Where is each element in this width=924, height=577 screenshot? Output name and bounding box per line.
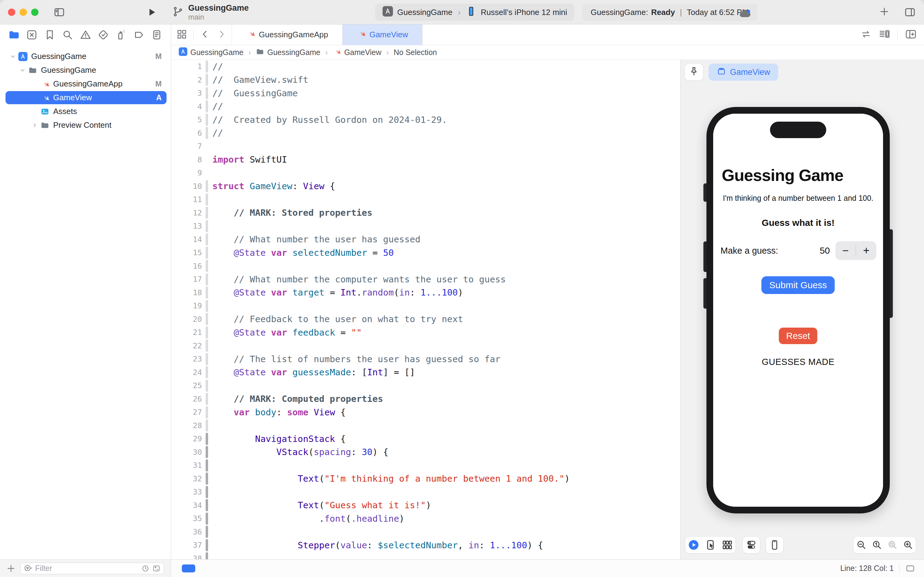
zoom-actual-size-icon[interactable]	[869, 539, 885, 551]
sidebar-item-guessinggame[interactable]: GuessingGameM	[0, 50, 171, 63]
device-settings-button[interactable]	[742, 536, 760, 553]
variants-mode-icon[interactable]	[719, 539, 736, 551]
code-line[interactable]: 34 Text("Guess what it is!")	[171, 499, 680, 512]
breadcrumb-item[interactable]: GuessingGame	[179, 47, 243, 58]
source-control-summary[interactable]: GuessingGame main	[172, 3, 249, 21]
code-line[interactable]: 13	[171, 219, 680, 233]
scheme-name[interactable]: GuessingGame	[397, 8, 452, 17]
pin-preview-button[interactable]	[684, 64, 703, 81]
preview-device-button[interactable]	[766, 536, 784, 553]
stepper-plus-button[interactable]: +	[856, 242, 876, 259]
code-line[interactable]: 32 Text("I'm thinking of a number betwee…	[171, 472, 680, 486]
minimize-window-button[interactable]	[19, 8, 27, 16]
sidebar-item-assets[interactable]: Assets	[0, 105, 171, 118]
search-navigator-icon[interactable]	[61, 29, 74, 41]
code-line[interactable]: 14 // What number the user has guessed	[171, 233, 680, 246]
tab-gameview[interactable]: GameView	[343, 24, 423, 45]
code-line[interactable]: 18 @State var target = Int.random(in: 1.…	[171, 286, 680, 300]
code-line[interactable]: 31	[171, 459, 680, 472]
reset-button[interactable]: Reset	[779, 328, 817, 344]
run-button[interactable]	[146, 7, 157, 19]
code-line[interactable]: 36	[171, 525, 680, 539]
code-line[interactable]: 16	[171, 259, 680, 273]
stepper-minus-button[interactable]: −	[835, 242, 856, 259]
recents-icon[interactable]	[141, 564, 150, 573]
debug-navigator-icon[interactable]	[115, 29, 127, 41]
preview-tab[interactable]: GameView	[708, 64, 778, 81]
code-line[interactable]: 29 NavigationStack {	[171, 432, 680, 446]
swap-editor-icon[interactable]	[860, 28, 872, 41]
related-items-icon[interactable]	[176, 29, 187, 41]
zoom-out-icon[interactable]	[853, 539, 869, 551]
live-preview-icon[interactable]	[685, 539, 702, 551]
code-line[interactable]: 30 VStack(spacing: 30) {	[171, 446, 680, 459]
source-control-filter-icon[interactable]	[152, 564, 161, 573]
code-line[interactable]: 20 // Feedback to the user on what to tr…	[171, 313, 680, 326]
code-line[interactable]: 1//	[171, 60, 680, 73]
tab-guessinggameapp[interactable]: GuessingGameApp	[232, 24, 343, 45]
breadcrumb-item[interactable]: GuessingGame	[256, 47, 320, 58]
sidebar-item-guessinggame[interactable]: GuessingGame	[0, 63, 171, 77]
sidebar-item-preview-content[interactable]: Preview Content	[0, 118, 171, 132]
project-navigator-icon[interactable]	[8, 29, 20, 41]
code-line[interactable]: 33	[171, 485, 680, 499]
minimap-toggle[interactable]	[182, 564, 195, 572]
code-line[interactable]: 5// Created by Russell Gordon on 2024-01…	[171, 113, 680, 127]
close-window-button[interactable]	[8, 8, 15, 16]
zoom-in-icon[interactable]	[900, 539, 916, 551]
code-line[interactable]: 15 @State var selectedNumber = 50	[171, 246, 680, 259]
editor-mode-icon[interactable]	[905, 563, 916, 574]
forward-icon[interactable]	[216, 29, 227, 41]
toggle-inspector-icon[interactable]	[904, 6, 916, 19]
guess-stepper[interactable]: − +	[835, 241, 876, 260]
reports-navigator-icon[interactable]	[151, 29, 163, 41]
add-editor-icon[interactable]	[905, 28, 917, 42]
back-icon[interactable]	[200, 29, 210, 41]
breadcrumb-item[interactable]: No Selection	[394, 48, 437, 57]
code-line[interactable]: 7	[171, 140, 680, 153]
code-line[interactable]: 28	[171, 419, 680, 432]
code-line[interactable]: 19	[171, 299, 680, 313]
chevron-down-icon[interactable]	[7, 53, 18, 60]
add-file-icon[interactable]	[6, 564, 16, 573]
scheme-selector[interactable]: GuessingGame › Russell’s iPhone 12 mini	[375, 4, 575, 21]
sidebar-item-guessinggameapp[interactable]: GuessingGameAppM	[0, 77, 171, 91]
zoom-window-button[interactable]	[31, 8, 39, 16]
code-line[interactable]: 9	[171, 166, 680, 180]
code-line[interactable]: 11	[171, 193, 680, 206]
code-line[interactable]: 10struct GameView: View {	[171, 180, 680, 193]
issues-navigator-icon[interactable]	[79, 29, 92, 41]
code-editor[interactable]: 1//2// GameView.swift3// GuessingGame4//…	[171, 60, 680, 559]
code-line[interactable]: 4//	[171, 100, 680, 113]
zoom-to-fit-icon[interactable]	[885, 539, 900, 551]
sidebar-item-gameview[interactable]: GameViewA	[0, 91, 171, 105]
bookmarks-navigator-icon[interactable]	[44, 29, 56, 41]
toggle-navigator-icon[interactable]	[53, 6, 65, 19]
code-line[interactable]: 2// GameView.swift	[171, 73, 680, 87]
selectable-mode-icon[interactable]	[702, 539, 719, 551]
run-destination[interactable]: Russell’s iPhone 12 mini	[481, 8, 567, 17]
code-line[interactable]: 25	[171, 379, 680, 392]
code-line[interactable]: 23 // The list of numbers the user has g…	[171, 352, 680, 366]
changes-navigator-icon[interactable]	[26, 29, 38, 41]
code-line[interactable]: 35 .font(.headline)	[171, 512, 680, 525]
submit-guess-button[interactable]: Submit Guess	[761, 276, 835, 294]
code-line[interactable]: 17 // What number the computer wants the…	[171, 272, 680, 286]
code-line[interactable]: 27 var body: some View {	[171, 406, 680, 419]
chevron-down-icon[interactable]	[17, 67, 28, 74]
add-tab-icon[interactable]	[879, 6, 890, 18]
code-line[interactable]: 8import SwiftUI	[171, 153, 680, 166]
code-line[interactable]: 38	[171, 552, 680, 559]
breakpoints-navigator-icon[interactable]	[133, 29, 145, 41]
code-line[interactable]: 24 @State var guessesMade: [Int] = []	[171, 366, 680, 379]
code-line[interactable]: 12 // MARK: Stored properties	[171, 206, 680, 220]
code-line[interactable]: 6//	[171, 127, 680, 140]
code-line[interactable]: 3// GuessingGame	[171, 87, 680, 100]
code-line[interactable]: 37 Stepper(value: $selectedNumber, in: 1…	[171, 538, 680, 552]
filter-field[interactable]: Filter	[20, 562, 164, 574]
code-line[interactable]: 21 @State var feedback = ""	[171, 326, 680, 339]
chevron-right-icon[interactable]	[29, 122, 40, 129]
editor-options-icon[interactable]	[879, 28, 891, 42]
code-line[interactable]: 22	[171, 339, 680, 353]
code-line[interactable]: 26 // MARK: Computed properties	[171, 392, 680, 406]
